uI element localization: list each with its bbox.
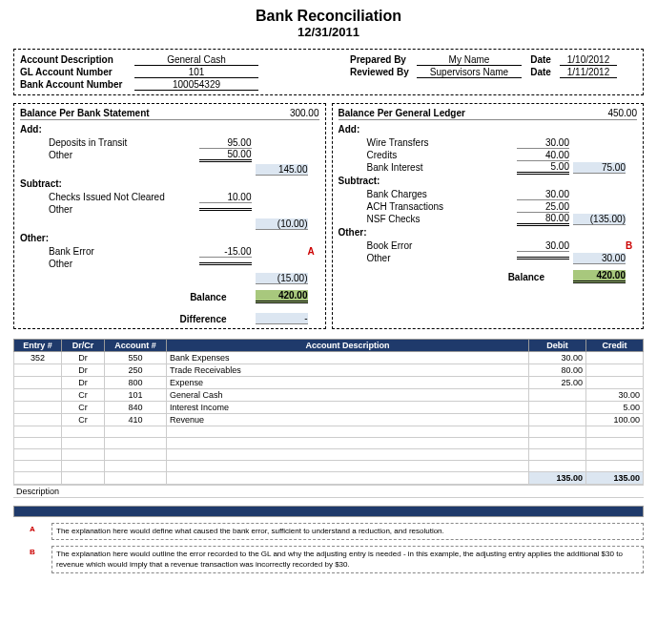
- line-value: 95.00: [199, 137, 252, 149]
- note-tag-b: B: [626, 240, 637, 251]
- page-date: 12/31/2011: [13, 25, 644, 39]
- gl-num-value: 101: [134, 67, 258, 78]
- line-value: [199, 208, 252, 211]
- bank-num-label: Bank Account Number: [20, 79, 134, 90]
- table-row: 352Dr550Bank Expenses30.00: [14, 352, 644, 364]
- line-label: Bank Interest: [367, 162, 518, 173]
- line-value: 25.00: [517, 201, 569, 213]
- difference-label: Difference: [180, 314, 227, 324]
- ledger-add-subtotal: 75.00: [573, 162, 626, 174]
- note-a-tag: A: [13, 523, 51, 533]
- line-label: Bank Error: [49, 246, 199, 257]
- line-value: [517, 257, 569, 260]
- th-drcr: Dr/Cr: [62, 340, 105, 352]
- page-title: Bank Reconciliation: [13, 8, 644, 25]
- line-label: Other: [49, 259, 199, 269]
- line-label: Book Error: [367, 240, 518, 251]
- line-label: NSF Checks: [367, 214, 518, 224]
- ledger-other-subtotal: 30.00: [573, 253, 626, 264]
- bank-column: Balance Per Bank Statement300.00 Add: De…: [13, 103, 326, 329]
- line-label: ACH Transactions: [367, 201, 518, 212]
- note-a-text: The explanation here would define what c…: [51, 523, 644, 540]
- ledger-column: Balance Per General Ledger450.00 Add: Wi…: [332, 103, 645, 329]
- table-row: Cr101General Cash30.00: [14, 389, 644, 402]
- note-b-text: The explanation here would outline the e…: [51, 546, 644, 573]
- line-label: Credits: [367, 150, 518, 160]
- table-row: Dr250Trade Receivables80.00: [14, 364, 644, 377]
- line-label: Wire Transfers: [367, 137, 518, 148]
- line-label: Bank Charges: [367, 189, 518, 199]
- line-value: 40.00: [517, 150, 569, 161]
- prep-label: Prepared By: [350, 54, 417, 65]
- description-label: Description: [13, 485, 644, 498]
- difference-value: -: [256, 313, 308, 324]
- notes-header: [13, 506, 644, 517]
- table-row: Cr840Interest Income5.00: [14, 402, 644, 414]
- line-value: 30.00: [517, 240, 569, 252]
- th-desc: Account Description: [167, 340, 529, 352]
- balance-label: Balance: [508, 272, 544, 282]
- bank-title: Balance Per Bank Statement: [20, 108, 150, 118]
- bank-add-label: Add:: [20, 124, 319, 135]
- rev-date-label: Date: [522, 67, 560, 77]
- bank-other-label: Other:: [20, 233, 319, 243]
- line-value: 30.00: [517, 137, 569, 149]
- line-label: Other: [367, 253, 518, 263]
- bank-add-subtotal: 145.00: [256, 164, 308, 176]
- line-value: [199, 262, 252, 265]
- entries-table: Entry # Dr/Cr Account # Account Descript…: [13, 339, 644, 485]
- total-debit: 135.00: [529, 472, 586, 485]
- bank-opening: 300.00: [290, 108, 319, 118]
- acct-desc-label: Account Description: [20, 54, 134, 65]
- total-credit: 135.00: [586, 472, 644, 485]
- balance-label: Balance: [190, 292, 226, 302]
- bank-other-subtotal: (15.00): [256, 273, 308, 284]
- ledger-add-label: Add:: [339, 124, 638, 135]
- th-debit: Debit: [529, 340, 586, 352]
- line-label: Checks Issued Not Cleared: [49, 192, 199, 202]
- line-value: 50.00: [199, 149, 252, 162]
- prep-date-label: Date: [522, 54, 560, 65]
- line-label: Deposits in Transit: [49, 137, 199, 148]
- ledger-title: Balance Per General Ledger: [339, 108, 465, 118]
- line-label: Other: [49, 204, 199, 215]
- line-value: 5.00: [517, 161, 569, 175]
- note-tag-a: A: [308, 246, 319, 257]
- th-acct: Account #: [105, 340, 167, 352]
- bank-balance: 420.00: [256, 290, 308, 303]
- prep-date-value: 1/10/2012: [560, 54, 617, 66]
- line-value: 30.00: [517, 189, 569, 200]
- th-credit: Credit: [586, 340, 644, 352]
- ledger-balance: 420.00: [573, 270, 626, 283]
- ledger-opening: 450.00: [607, 108, 637, 118]
- rev-label: Reviewed By: [350, 67, 417, 77]
- ledger-other-label: Other:: [339, 227, 638, 238]
- th-entry: Entry #: [14, 340, 62, 352]
- bank-sub-subtotal: (10.00): [256, 218, 308, 230]
- line-value: -15.00: [199, 246, 252, 258]
- prep-value: My Name: [417, 54, 522, 66]
- line-value: 10.00: [199, 192, 252, 203]
- table-row: Dr800Expense25.00: [14, 377, 644, 389]
- line-value: 80.00: [517, 213, 569, 226]
- rev-date-value: 1/11/2012: [560, 67, 617, 78]
- rev-value: Supervisors Name: [417, 67, 522, 78]
- line-label: Other: [49, 150, 199, 160]
- bank-sub-label: Subtract:: [20, 178, 319, 189]
- ledger-sub-subtotal: (135.00): [573, 214, 626, 225]
- bank-num-value: 100054329: [134, 79, 258, 91]
- acct-desc-value: General Cash: [134, 54, 258, 66]
- gl-num-label: GL Account Number: [20, 67, 134, 77]
- table-row: Cr410Revenue100.00: [14, 414, 644, 426]
- ledger-sub-label: Subtract:: [339, 176, 638, 186]
- note-b-tag: B: [13, 546, 51, 556]
